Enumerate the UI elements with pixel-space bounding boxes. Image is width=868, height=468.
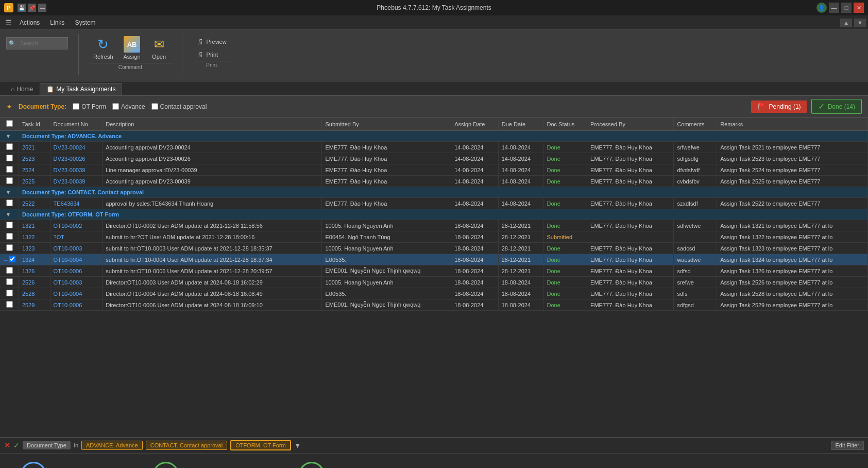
row-checkbox[interactable] <box>6 143 13 150</box>
row-checkbox-cell[interactable] <box>0 142 19 153</box>
table-row[interactable]: 2524 DV23-00039 Line manager approval:DV… <box>0 164 868 176</box>
menu-links[interactable]: Links <box>45 17 70 28</box>
done-badge[interactable]: ✓ Done (14) <box>811 99 862 114</box>
row-checkbox-cell[interactable] <box>0 265 19 277</box>
group-header-1[interactable]: ▼ Document Type: CONTACT. Contact approv… <box>0 187 868 198</box>
row-checkbox-cell[interactable] <box>0 299 19 311</box>
table-row[interactable]: 2529 OT10-0006 Director:OT10-0006 User A… <box>0 299 868 311</box>
group-expand[interactable]: ▼ <box>0 209 19 220</box>
assign-button[interactable]: AB Assign <box>120 34 145 62</box>
edit-filter-btn[interactable]: Edit Filter <box>831 441 864 450</box>
row-checkbox-cell[interactable]: → <box>0 254 19 265</box>
comments: szxdfsdf <box>674 198 717 209</box>
select-all-checkbox[interactable] <box>6 120 13 127</box>
tab-home[interactable]: ⌂ Home <box>4 83 40 95</box>
table-row[interactable]: 1326 OT10-0006 submit to hr:OT10-0006 Us… <box>0 265 868 277</box>
print-button[interactable]: 🖨 Print <box>193 49 231 60</box>
due-date: 18-08-2024 <box>498 277 543 288</box>
due-date: 14-08-2024 <box>498 164 543 176</box>
doc-no: OT10-0006 <box>50 299 103 311</box>
group-expand[interactable]: ▼ <box>0 187 19 198</box>
row-checkbox[interactable] <box>6 233 13 240</box>
search-input[interactable] <box>18 40 93 46</box>
filter-contact-approval[interactable]: Contact approval <box>151 103 207 110</box>
refresh-button[interactable]: ↻ Refresh <box>89 34 117 62</box>
doc-status: Done <box>543 265 587 277</box>
table-row[interactable]: 2526 OT10-0003 Director:OT10-0003 User A… <box>0 277 868 288</box>
pin-btn[interactable]: 📌 <box>28 4 36 12</box>
row-checkbox-cell[interactable] <box>0 176 19 187</box>
task-table: Task Id Document No Description Submitte… <box>0 118 868 311</box>
filter-tag-contact[interactable]: CONTACT. Contact approval <box>146 441 227 450</box>
menu-actions[interactable]: Actions <box>14 17 45 28</box>
workflow-circle-1: 🚩 <box>21 462 46 468</box>
minimize-btn[interactable]: — <box>829 3 839 13</box>
row-checkbox[interactable] <box>6 301 13 308</box>
filter-tag-advance[interactable]: ADVANCE. Advance <box>81 441 143 450</box>
expand-btn[interactable]: ▼ <box>854 19 866 27</box>
table-row[interactable]: 2521 DV23-00024 Accounting approval:DV23… <box>0 142 868 153</box>
group-header-2[interactable]: ▼ Document Type: OTFORM. OT Form <box>0 209 868 220</box>
row-checkbox[interactable] <box>6 199 13 206</box>
doc-no: OT10-0003 <box>50 243 103 254</box>
submitted-by: EME777. Đào Huy Khoa <box>322 164 451 176</box>
row-checkbox-cell[interactable] <box>0 164 19 176</box>
table-row[interactable]: 1321 OT10-0002 Director:OT10-0002 User A… <box>0 220 868 231</box>
tab-my-task-assignments[interactable]: 📋 My Task Assignments <box>40 83 122 95</box>
row-checkbox-cell[interactable] <box>0 277 19 288</box>
description: Director:OT10-0006 User ADM update at 20… <box>103 299 322 311</box>
task-id: 1321 <box>19 220 50 231</box>
row-checkbox[interactable] <box>6 155 13 161</box>
row-checkbox[interactable] <box>6 290 13 296</box>
filter-confirm-btn[interactable]: ✓ <box>13 441 20 449</box>
filter-advance[interactable]: Advance <box>112 103 145 110</box>
table-row[interactable]: 1322 ?OT submit to hr:?OT User ADM updat… <box>0 231 868 243</box>
close-btn[interactable]: ✕ <box>854 3 864 13</box>
doc-type-icon: ✦ <box>6 103 12 111</box>
table-row[interactable]: 2523 DV23-00026 Accounting approval:DV23… <box>0 153 868 164</box>
table-row[interactable]: 2522 TE643634 approval by sales:TE643634… <box>0 198 868 209</box>
open-button[interactable]: ✉ Open <box>147 34 172 62</box>
table-row[interactable]: 2528 OT10-0004 Director:OT10-0004 User A… <box>0 288 868 299</box>
filter-tag-otform[interactable]: OTFORM. OT Form <box>230 440 291 450</box>
menu-system[interactable]: System <box>70 17 100 28</box>
row-checkbox-cell[interactable] <box>0 198 19 209</box>
row-checkbox-cell[interactable] <box>0 220 19 231</box>
table-row[interactable]: 1323 OT10-0003 submit to hr:OT10-0003 Us… <box>0 243 868 254</box>
row-checkbox[interactable] <box>6 222 13 228</box>
row-checkbox[interactable] <box>6 177 13 184</box>
row-checkbox[interactable] <box>6 278 13 285</box>
search-box[interactable]: 🔍 <box>6 37 68 49</box>
row-checkbox-cell[interactable] <box>0 153 19 164</box>
more-btn[interactable]: — <box>38 4 46 12</box>
comments: dfvdsfvdf <box>674 164 717 176</box>
collapse-btn[interactable]: ▲ <box>840 19 852 27</box>
filter-more-btn[interactable]: ▼ <box>294 441 301 449</box>
row-checkbox[interactable] <box>6 267 13 274</box>
pending-badge[interactable]: 🚩 Pending (1) <box>751 101 807 113</box>
group-expand[interactable]: ▼ <box>0 131 19 142</box>
row-checkbox-cell[interactable] <box>0 231 19 243</box>
table-row[interactable]: → 1324 OT10-0004 submit to hr:OT10-0004 … <box>0 254 868 265</box>
row-checkbox[interactable] <box>6 244 13 251</box>
due-date: 28-12-2021 <box>498 254 543 265</box>
doc-status: Done <box>543 164 587 176</box>
title-bar-right: 👤 — □ ✕ <box>816 3 864 13</box>
row-checkbox[interactable] <box>6 166 13 173</box>
description: submit to hr:OT10-0006 User ADM update a… <box>103 265 322 277</box>
doc-status: Done <box>543 288 587 299</box>
table-container[interactable]: Task Id Document No Description Submitte… <box>0 118 868 437</box>
table-row[interactable]: 2525 DV23-00039 Accounting approval:DV23… <box>0 176 868 187</box>
maximize-btn[interactable]: □ <box>841 3 852 13</box>
group-header-0[interactable]: ▼ Document Type: ADVANCE. Advance <box>0 131 868 142</box>
row-checkbox-cell[interactable] <box>0 243 19 254</box>
row-checkbox-cell[interactable] <box>0 288 19 299</box>
save-btn[interactable]: 💾 <box>18 4 26 12</box>
row-arrow: → <box>3 257 9 263</box>
hamburger-menu[interactable]: ☰ <box>2 16 14 29</box>
preview-button[interactable]: 🖨 Preview <box>193 36 231 47</box>
filter-clear-btn[interactable]: ✕ <box>4 441 10 449</box>
row-checkbox[interactable] <box>9 256 15 262</box>
user-btn[interactable]: 👤 <box>816 3 827 13</box>
filter-ot-form[interactable]: OT Form <box>73 103 106 110</box>
